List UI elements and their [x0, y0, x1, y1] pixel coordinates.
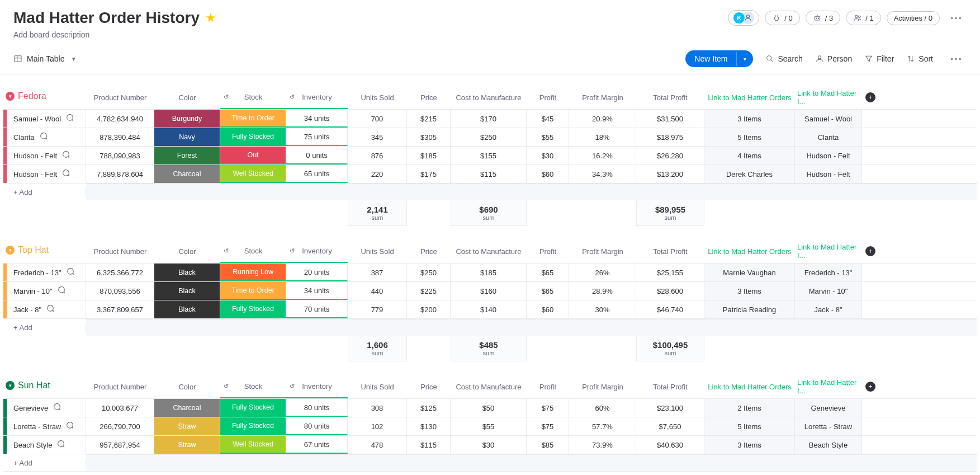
add-item-label[interactable]: + Add: [7, 459, 86, 467]
units-sold-cell[interactable]: 220: [348, 165, 407, 183]
chat-icon[interactable]: [53, 402, 61, 413]
price-cell[interactable]: $115: [407, 436, 451, 454]
product-number-cell[interactable]: 6,325,366,772: [86, 264, 154, 281]
link-inventory-cell[interactable]: Loretta - Straw: [795, 417, 862, 435]
column-header-cost[interactable]: Cost to Manufacture: [451, 86, 527, 109]
units-sold-cell[interactable]: 387: [348, 264, 407, 281]
margin-cell[interactable]: 60%: [569, 399, 636, 417]
price-cell[interactable]: $215: [407, 110, 451, 128]
inventory-cell[interactable]: 20 units: [286, 264, 348, 281]
add-column-button[interactable]: +: [862, 375, 879, 398]
stock-cell[interactable]: Fully Stocked: [220, 300, 286, 318]
link-inventory-cell[interactable]: Genevieve: [795, 399, 862, 417]
profit-cell[interactable]: $60: [527, 165, 569, 183]
column-header-link1[interactable]: Link to Mad Hatter Orders: [704, 239, 795, 263]
add-item-label[interactable]: + Add: [7, 323, 86, 332]
table-row[interactable]: Clarita878,390,484NavyFully Stocked75 un…: [3, 128, 977, 146]
chat-icon[interactable]: [56, 439, 65, 450]
color-cell[interactable]: Straw: [154, 417, 220, 435]
units-sold-cell[interactable]: 345: [348, 128, 407, 146]
profit-cell[interactable]: $30: [527, 147, 569, 164]
column-header-units_sold[interactable]: Units Sold: [348, 239, 407, 263]
color-cell[interactable]: Charcoal: [154, 165, 220, 183]
column-header-profit[interactable]: Profit: [527, 239, 569, 263]
total-profit-cell[interactable]: $26,280: [636, 147, 704, 164]
inventory-cell[interactable]: 34 units: [286, 110, 348, 128]
column-header-stock[interactable]: ↺Stock: [220, 375, 286, 398]
profit-cell[interactable]: $55: [527, 128, 569, 146]
total-profit-cell[interactable]: $28,600: [636, 282, 704, 300]
total-profit-cell[interactable]: $31,500: [636, 110, 704, 128]
product-number-cell[interactable]: 266,790,700: [86, 417, 154, 435]
link-orders-cell[interactable]: Patricia Reading: [704, 300, 795, 318]
product-number-cell[interactable]: 878,390,484: [86, 128, 154, 146]
product-number-cell[interactable]: 7,889,878,604: [86, 165, 154, 183]
add-item-row[interactable]: + Add: [3, 183, 977, 200]
price-cell[interactable]: $250: [407, 264, 451, 281]
add-item-label[interactable]: + Add: [7, 188, 86, 196]
column-header-link1[interactable]: Link to Mad Hatter Orders: [704, 375, 795, 398]
color-cell[interactable]: Black: [154, 264, 220, 281]
margin-cell[interactable]: 28.9%: [569, 282, 636, 300]
column-header-color[interactable]: Color: [154, 375, 220, 398]
price-cell[interactable]: $185: [407, 147, 451, 164]
add-column-button[interactable]: +: [862, 86, 879, 109]
total-profit-cell[interactable]: $7,650: [636, 417, 704, 435]
link-orders-cell[interactable]: Derek Charles: [704, 165, 795, 183]
column-header-stock[interactable]: ↺Stock: [220, 239, 286, 263]
inventory-cell[interactable]: 65 units: [286, 165, 348, 183]
group-header[interactable]: ▾Sun Hat: [3, 375, 86, 398]
column-header-margin[interactable]: Profit Margin: [569, 375, 636, 398]
profit-cell[interactable]: $75: [527, 399, 569, 417]
new-item-button[interactable]: New Item ▾: [685, 50, 753, 67]
column-header-color[interactable]: Color: [154, 86, 220, 109]
stock-cell[interactable]: Fully Stocked: [220, 399, 286, 417]
link-orders-cell[interactable]: 3 Items: [704, 436, 795, 454]
group-name[interactable]: Sun Hat: [18, 380, 50, 391]
item-name-cell[interactable]: Loretta - Straw: [7, 417, 86, 435]
group-collapse-toggle[interactable]: ▾: [6, 246, 15, 255]
item-name-cell[interactable]: Genevieve: [7, 399, 86, 417]
table-row[interactable]: Beach Style957,687,954StrawWell Stocked6…: [3, 435, 977, 454]
link-orders-cell[interactable]: 3 Items: [704, 282, 795, 300]
column-header-inventory[interactable]: ↺Inventory: [286, 375, 348, 398]
margin-cell[interactable]: 18%: [569, 128, 636, 146]
profit-cell[interactable]: $65: [527, 282, 569, 300]
margin-cell[interactable]: 26%: [569, 264, 636, 281]
item-name-cell[interactable]: Jack - 8": [7, 300, 86, 318]
chat-icon[interactable]: [65, 421, 74, 432]
inventory-cell[interactable]: 80 units: [286, 399, 348, 417]
margin-cell[interactable]: 34.3%: [569, 165, 636, 183]
price-cell[interactable]: $130: [407, 417, 451, 435]
chat-icon[interactable]: [46, 304, 55, 315]
cost-cell[interactable]: $185: [451, 264, 527, 281]
filter-button[interactable]: Filter: [864, 54, 894, 63]
view-tab-main-table[interactable]: Main Table ▾: [13, 54, 75, 63]
column-header-link2[interactable]: Link to Mad Hatter I...: [795, 375, 862, 398]
inventory-cell[interactable]: 67 units: [286, 436, 348, 454]
link-inventory-cell[interactable]: Beach Style: [795, 436, 862, 454]
add-column-button[interactable]: +: [862, 239, 879, 263]
chat-icon[interactable]: [66, 267, 75, 278]
price-cell[interactable]: $175: [407, 165, 451, 183]
units-sold-cell[interactable]: 440: [348, 282, 407, 300]
cost-cell[interactable]: $30: [451, 436, 527, 454]
item-name-cell[interactable]: Frederich - 13": [7, 264, 86, 281]
stock-cell[interactable]: Fully Stocked: [220, 417, 286, 435]
inventory-cell[interactable]: 75 units: [286, 128, 348, 146]
column-header-link1[interactable]: Link to Mad Hatter Orders: [704, 86, 795, 109]
item-name-cell[interactable]: Hudson - Felt: [7, 165, 86, 183]
item-name-cell[interactable]: Beach Style: [7, 436, 86, 454]
margin-cell[interactable]: 16.2%: [569, 147, 636, 164]
inventory-cell[interactable]: 80 units: [286, 417, 348, 435]
chat-icon[interactable]: [61, 168, 70, 180]
cost-cell[interactable]: $170: [451, 110, 527, 128]
product-number-cell[interactable]: 870,093,556: [86, 282, 154, 300]
stock-cell[interactable]: Out: [220, 147, 286, 164]
automations-pill[interactable]: / 3: [806, 11, 840, 25]
inventory-cell[interactable]: 70 units: [286, 300, 348, 318]
cost-cell[interactable]: $250: [451, 128, 527, 146]
total-profit-cell[interactable]: $40,630: [636, 436, 704, 454]
margin-cell[interactable]: 73.9%: [569, 436, 636, 454]
product-number-cell[interactable]: 10,003,677: [86, 399, 154, 417]
